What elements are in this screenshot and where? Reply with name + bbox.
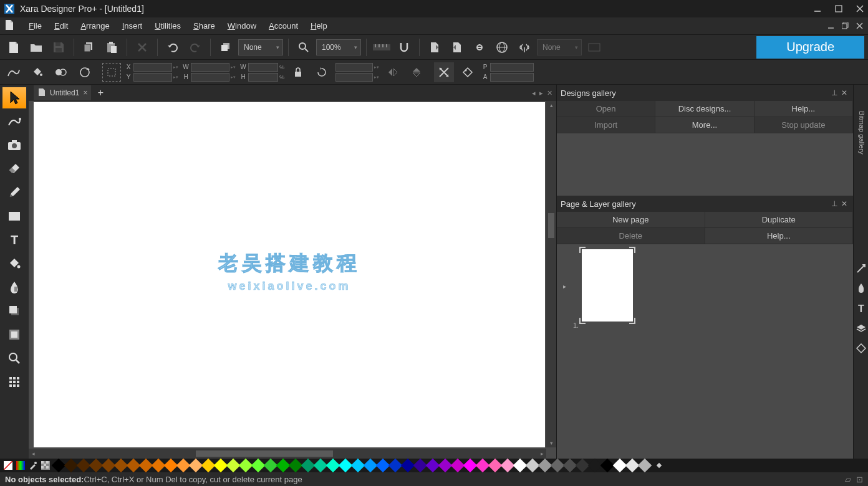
tab-prev-button[interactable]: ◂ (532, 89, 536, 97)
w-field[interactable] (191, 63, 229, 72)
new-tab-button[interactable]: + (94, 86, 107, 100)
hscroll-thumb[interactable] (196, 450, 333, 457)
w-pct-field[interactable] (248, 63, 278, 72)
canvas[interactable]: 老吴搭建教程 weixiaolive.com (34, 102, 545, 447)
open-button[interactable] (26, 37, 46, 57)
h-pct-field[interactable] (248, 73, 278, 82)
menu-utilities[interactable]: Utilities (148, 19, 187, 32)
pin-button[interactable]: ⊥ (829, 88, 839, 97)
help-button[interactable]: Help... (755, 101, 853, 117)
close-button[interactable] (856, 4, 864, 13)
vertical-scrollbar[interactable]: ▴ ▾ (546, 101, 556, 447)
flip-v-button[interactable] (407, 62, 427, 82)
ruler-button[interactable] (372, 37, 392, 57)
vscroll-thumb[interactable] (548, 213, 554, 238)
tag-tool-icon[interactable] (855, 340, 867, 356)
text-tool[interactable]: T (2, 229, 27, 251)
fill-tool-button[interactable] (27, 62, 47, 82)
tab-next-button[interactable]: ▸ (539, 89, 543, 97)
zoom-tool[interactable] (2, 347, 27, 369)
menu-file[interactable]: File (22, 19, 48, 32)
bevel-tool[interactable] (2, 323, 27, 346)
shape-tool-button[interactable] (4, 62, 24, 82)
freehand-tool[interactable] (2, 110, 27, 133)
scroll-left-button[interactable]: ◂ (29, 449, 37, 459)
website-dropdown[interactable]: None (537, 39, 582, 55)
menu-arrange[interactable]: Arrange (74, 19, 115, 32)
color-picker-button[interactable] (15, 460, 26, 471)
maximize-button[interactable] (834, 4, 843, 13)
new-button[interactable] (4, 37, 24, 57)
mdi-restore-button[interactable] (842, 22, 849, 29)
transparency-tool-button[interactable] (51, 62, 71, 82)
no-color-button[interactable] (2, 460, 14, 471)
preview-button[interactable] (584, 37, 604, 57)
import-button[interactable]: Import (557, 117, 655, 133)
paste-button[interactable] (102, 37, 122, 57)
mould-tool-button[interactable] (75, 62, 95, 82)
skew-field[interactable] (335, 73, 373, 82)
scroll-right-button[interactable]: ▸ (538, 449, 546, 459)
link-button[interactable] (470, 37, 489, 57)
export-button[interactable] (425, 37, 445, 57)
pin-button[interactable]: ⊥ (829, 199, 839, 208)
shadow-tool[interactable] (2, 300, 27, 322)
mdi-close-button[interactable] (856, 22, 863, 29)
h-field[interactable] (191, 73, 229, 82)
x-field[interactable] (133, 63, 172, 72)
page-thumbnail[interactable] (582, 249, 633, 322)
delete-button[interactable] (132, 37, 152, 57)
web-button[interactable] (492, 37, 512, 57)
menu-insert[interactable]: Insert (116, 19, 149, 32)
horizontal-scrollbar[interactable]: ◂ ▸ (29, 449, 546, 459)
clone-button[interactable] (216, 37, 236, 57)
expand-page-button[interactable]: ▸ (563, 283, 566, 290)
transparency-tool[interactable] (2, 276, 27, 298)
disc-designs-button[interactable]: Disc designs... (655, 101, 754, 117)
selection-bounds-icon[interactable] (102, 63, 121, 82)
pen-tool[interactable] (2, 181, 27, 204)
bitmap-gallery-label[interactable]: Bitmap gallery (858, 111, 866, 155)
live-drag-icon[interactable]: ▱ (845, 475, 851, 484)
menu-edit[interactable]: Edit (48, 19, 74, 32)
save-button[interactable] (49, 37, 69, 57)
delete-button[interactable]: Delete (557, 228, 705, 244)
help-button[interactable]: Help... (705, 228, 854, 244)
scale-line-widths-button[interactable] (434, 62, 454, 82)
menu-help[interactable]: Help (304, 19, 334, 32)
broadcast-button[interactable] (514, 37, 534, 57)
selector-tool[interactable] (2, 87, 27, 109)
rectangle-tool[interactable] (2, 205, 27, 227)
panel-close-button[interactable]: ✕ (839, 199, 849, 208)
fill-tool[interactable] (2, 252, 27, 275)
import-button[interactable] (447, 37, 467, 57)
undo-button[interactable] (163, 37, 183, 57)
snap-button[interactable] (394, 37, 414, 57)
more-button[interactable]: More... (655, 117, 754, 133)
menu-share[interactable]: Share (187, 19, 221, 32)
zoom-dropdown[interactable]: 100% (316, 39, 361, 55)
names-button[interactable] (458, 62, 478, 82)
duplicate-button[interactable]: Duplicate (705, 212, 854, 228)
pattern-button[interactable] (40, 460, 51, 471)
mdi-minimize-button[interactable] (827, 22, 834, 29)
scroll-up-button[interactable]: ▴ (546, 101, 556, 110)
upgrade-button[interactable]: Upgrade (756, 36, 864, 59)
snapped-icon[interactable]: ⊡ (856, 475, 863, 484)
scroll-down-button[interactable]: ▾ (546, 439, 556, 447)
color-menu-button[interactable] (653, 460, 665, 471)
copy-button[interactable] (79, 37, 99, 57)
redo-button[interactable] (185, 37, 205, 57)
stop-update-button[interactable]: Stop update (755, 117, 853, 133)
new-page-button[interactable]: New page (557, 212, 705, 228)
eyedropper-button[interactable] (27, 460, 39, 471)
p-field[interactable] (490, 63, 534, 72)
flip-h-button[interactable] (383, 62, 403, 82)
document-tab[interactable]: Untitled1 × (34, 85, 91, 100)
a-field[interactable] (490, 73, 534, 82)
page-layer-gallery-body[interactable]: ▸ 1. (557, 244, 853, 459)
y-field[interactable] (133, 73, 172, 82)
tab-close-all-button[interactable]: ✕ (547, 89, 552, 97)
eraser-tool[interactable] (2, 158, 27, 180)
text-tool-icon[interactable]: T (855, 300, 867, 317)
